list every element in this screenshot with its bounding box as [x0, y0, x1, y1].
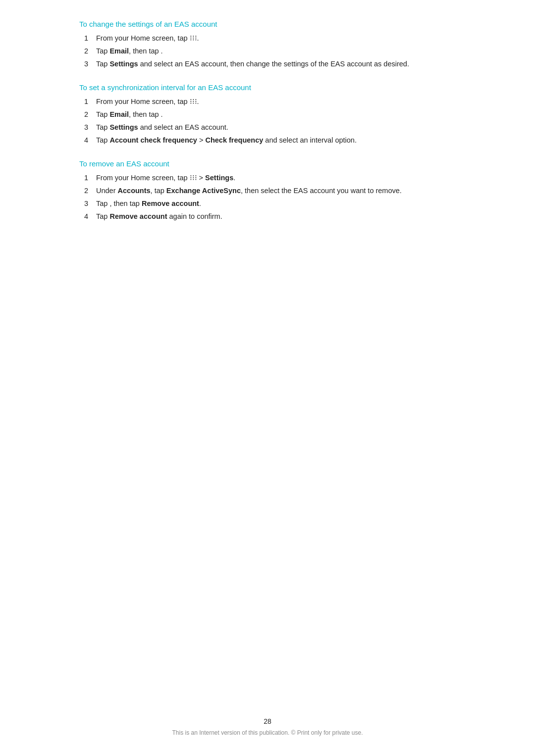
step-number: 3	[84, 122, 96, 133]
list-item: 4 Tap Account check frequency > Check fr…	[84, 135, 456, 146]
step-number: 1	[84, 33, 96, 44]
list-item: 3 Tap Settings and select an EAS account…	[84, 59, 456, 70]
section-sync-interval: To set a synchronization interval for an…	[79, 83, 456, 146]
step-text: Tap Settings and select an EAS account.	[96, 122, 456, 133]
list-item: 3 Tap , then tap Remove account.	[84, 199, 456, 209]
step-number: 2	[84, 46, 96, 57]
list-item: 2 Tap Email, then tap .	[84, 46, 456, 57]
step-text: From your Home screen, tap ⁝⁝⁝ > Setting…	[96, 173, 456, 184]
step-text: From your Home screen, tap ⁝⁝⁝.	[96, 33, 456, 44]
list-item: 2 Tap Email, then tap .	[84, 109, 456, 120]
section-heading-sync-interval: To set a synchronization interval for an…	[79, 83, 456, 92]
list-item: 1 From your Home screen, tap ⁝⁝⁝ > Setti…	[84, 173, 456, 184]
footer-note: This is an Internet version of this publ…	[172, 729, 363, 736]
page-container: To change the settings of an EAS account…	[0, 0, 535, 756]
step-number: 1	[84, 97, 96, 107]
steps-list-remove-account: 1 From your Home screen, tap ⁝⁝⁝ > Setti…	[84, 173, 456, 222]
step-number: 1	[84, 173, 96, 184]
page-footer: 28 This is an Internet version of this p…	[0, 717, 535, 736]
list-item: 4 Tap Remove account again to confirm.	[84, 211, 456, 222]
step-text: From your Home screen, tap ⁝⁝⁝.	[96, 97, 456, 107]
step-text: Tap Settings and select an EAS account, …	[96, 59, 456, 70]
list-item: 1 From your Home screen, tap ⁝⁝⁝.	[84, 97, 456, 107]
step-number: 2	[84, 109, 96, 120]
steps-list-change-settings: 1 From your Home screen, tap ⁝⁝⁝. 2 Tap …	[84, 33, 456, 69]
step-number: 3	[84, 59, 96, 70]
step-number: 4	[84, 211, 96, 222]
step-text: Tap Email, then tap .	[96, 109, 456, 120]
list-item: 2 Under Accounts, tap Exchange ActiveSyn…	[84, 186, 456, 197]
page-number: 28	[264, 717, 271, 725]
steps-list-sync-interval: 1 From your Home screen, tap ⁝⁝⁝. 2 Tap …	[84, 97, 456, 146]
step-number: 3	[84, 199, 96, 209]
step-text: Under Accounts, tap Exchange ActiveSync,…	[96, 186, 456, 197]
step-text: Tap Remove account again to confirm.	[96, 211, 456, 222]
section-change-settings: To change the settings of an EAS account…	[79, 20, 456, 69]
list-item: 1 From your Home screen, tap ⁝⁝⁝.	[84, 33, 456, 44]
section-remove-account: To remove an EAS account 1 From your Hom…	[79, 159, 456, 222]
section-heading-remove-account: To remove an EAS account	[79, 159, 456, 168]
step-text: Tap Email, then tap .	[96, 46, 456, 57]
step-text: Tap , then tap Remove account.	[96, 199, 456, 209]
step-text: Tap Account check frequency > Check freq…	[96, 135, 456, 146]
list-item: 3 Tap Settings and select an EAS account…	[84, 122, 456, 133]
step-number: 4	[84, 135, 96, 146]
section-heading-change-settings: To change the settings of an EAS account	[79, 20, 456, 28]
step-number: 2	[84, 186, 96, 197]
